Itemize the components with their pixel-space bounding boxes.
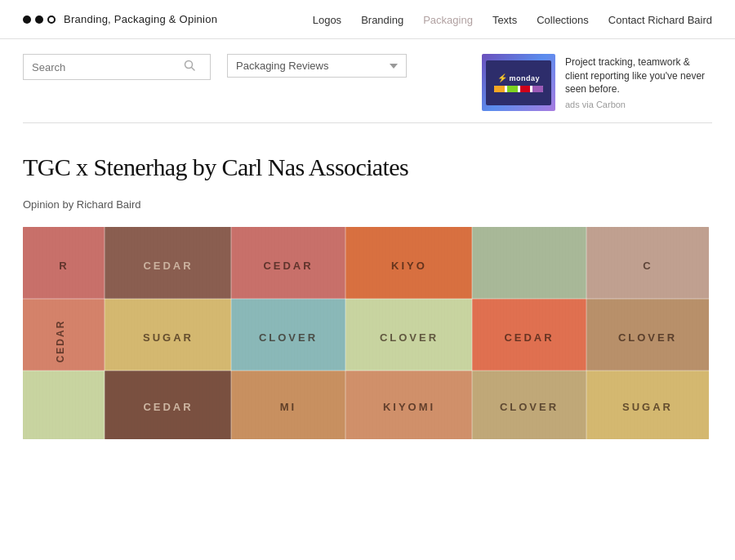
nav-brand: Branding, Packaging & Opinion — [23, 13, 217, 25]
nav-links: Logos Branding Packaging Texts Collectio… — [313, 12, 712, 27]
article-section: TGC x Stenerhag by Carl Nas Associates O… — [0, 123, 735, 439]
ad-attribution: ads via Carbon — [565, 100, 712, 109]
nav-item-collections[interactable]: Collections — [537, 12, 589, 27]
ad-text-block: Project tracking, teamwork & client repo… — [565, 56, 712, 109]
toolbar: Packaging Reviews Branding Reviews Logo … — [0, 39, 735, 122]
nav-item-contact[interactable]: Contact Richard Baird — [608, 12, 712, 27]
nav-item-packaging[interactable]: Packaging — [423, 12, 473, 27]
logo-dot-1 — [23, 16, 31, 24]
svg-rect-36 — [23, 227, 709, 439]
search-wrapper — [23, 54, 211, 80]
soap-grid-svg: R CEDAR CEDAR KIYO C CEDAR SUGAR — [23, 227, 709, 439]
ad-bar-seg-3 — [520, 86, 531, 92]
ad-headline: Project tracking, teamwork & client repo… — [565, 56, 712, 96]
article-title: TGC x Stenerhag by Carl Nas Associates — [23, 153, 712, 182]
ad-bar — [494, 86, 543, 92]
ad-banner: ⚡monday Project tracking, teamwork & cli… — [482, 54, 712, 111]
main-nav: Branding, Packaging & Opinion Logos Bran… — [0, 0, 735, 39]
logo — [23, 16, 56, 24]
ad-image: ⚡monday — [482, 54, 555, 111]
ad-logo: ⚡monday — [497, 73, 540, 82]
nav-item-texts[interactable]: Texts — [492, 12, 517, 27]
logo-dot-3 — [47, 16, 56, 24]
search-input[interactable] — [32, 61, 179, 73]
ad-bar-seg-4 — [532, 86, 543, 92]
ad-image-inner: ⚡monday — [486, 60, 551, 105]
site-title: Branding, Packaging & Opinion — [64, 13, 217, 25]
ad-bar-seg-2 — [507, 86, 518, 92]
nav-item-branding[interactable]: Branding — [361, 12, 403, 27]
svg-line-1 — [192, 68, 195, 71]
nav-item-logos[interactable]: Logos — [313, 12, 341, 27]
article-byline: Opinion by Richard Baird — [23, 198, 712, 211]
search-icon — [184, 60, 195, 74]
category-select[interactable]: Packaging Reviews Branding Reviews Logo … — [227, 54, 407, 78]
logo-dot-2 — [35, 16, 43, 24]
ad-bar-seg-1 — [494, 86, 505, 92]
article-hero-image: R CEDAR CEDAR KIYO C CEDAR SUGAR — [23, 227, 709, 439]
